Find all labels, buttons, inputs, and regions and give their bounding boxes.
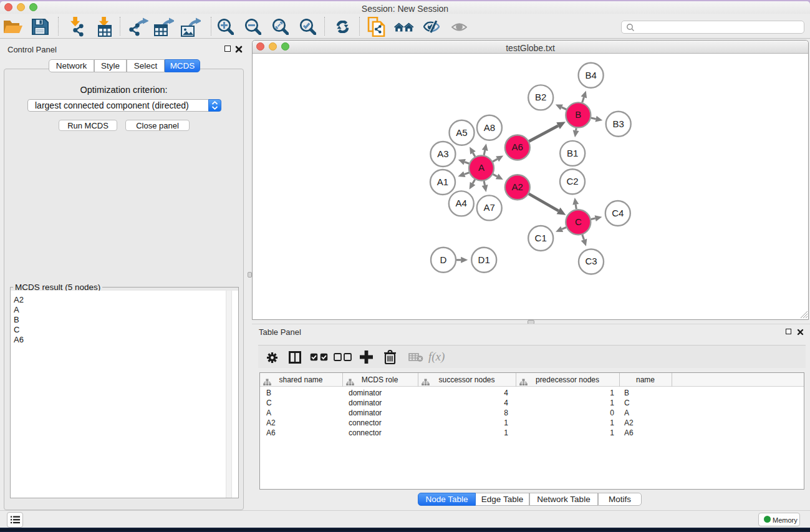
- svg-text:A: A: [478, 162, 485, 173]
- svg-text:D1: D1: [478, 254, 490, 265]
- svg-text:B2: B2: [535, 92, 546, 102]
- svg-text:B1: B1: [567, 148, 578, 158]
- svg-text:B4: B4: [585, 70, 596, 80]
- svg-text:D: D: [440, 254, 447, 265]
- svg-text:A5: A5: [456, 127, 467, 138]
- svg-text:A7: A7: [484, 202, 495, 213]
- svg-text:A3: A3: [437, 148, 448, 159]
- svg-text:A2: A2: [512, 181, 523, 192]
- svg-text:C3: C3: [585, 256, 597, 266]
- svg-text:A4: A4: [456, 198, 467, 208]
- svg-text:C1: C1: [535, 233, 547, 243]
- svg-text:C: C: [575, 216, 582, 227]
- svg-text:B3: B3: [613, 118, 624, 129]
- svg-text:C4: C4: [612, 208, 624, 218]
- svg-text:A8: A8: [484, 122, 495, 133]
- svg-text:A6: A6: [512, 142, 523, 152]
- svg-text:A1: A1: [437, 177, 448, 187]
- svg-text:C2: C2: [566, 176, 578, 186]
- svg-text:B: B: [575, 109, 581, 120]
